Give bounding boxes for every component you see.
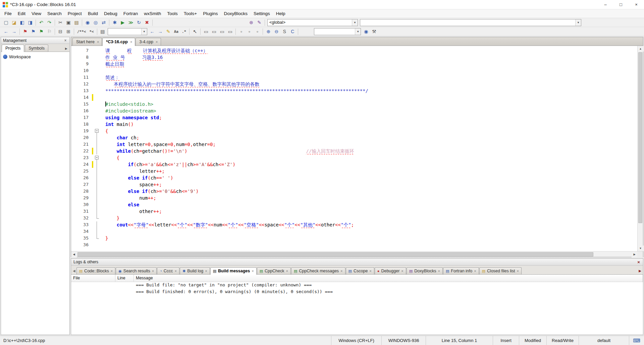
line-number[interactable]: 27 [71, 181, 91, 188]
line-number[interactable]: 24 [71, 161, 91, 168]
menu-doxyblocks[interactable]: DoxyBlocks [221, 9, 251, 18]
close-tab-icon[interactable]: × [438, 269, 440, 273]
close-tab-icon[interactable]: × [517, 269, 519, 273]
search-next-button[interactable]: → [156, 28, 164, 36]
fold-all-button[interactable]: ⊟ [56, 28, 64, 36]
editor-tab-start-here[interactable]: Start here× [72, 38, 102, 46]
table-row[interactable]: === Build file: "no target" in "no proje… [71, 282, 643, 289]
editor-horizontal-scrollbar[interactable]: ◀ ▶ [71, 251, 643, 257]
menu-project[interactable]: Project [65, 9, 85, 18]
column-header-line[interactable]: Line [115, 275, 134, 282]
logs-close-icon[interactable]: × [636, 260, 641, 265]
management-tab-symbols[interactable]: Symbols [25, 45, 48, 52]
input-language-icon[interactable]: ⌨ [629, 336, 644, 345]
line-number[interactable]: 21 [71, 141, 91, 148]
management-close-icon[interactable]: × [63, 38, 68, 43]
doxyblocks-comment-button[interactable]: ✎ [255, 19, 263, 26]
close-tab-icon[interactable]: × [175, 269, 177, 273]
goto-back-button[interactable]: ← [2, 28, 10, 36]
build-and-run-button[interactable]: ≫ [127, 19, 135, 26]
unfold-all-button[interactable]: ⊞ [64, 28, 72, 36]
fold-box-icon[interactable] [95, 129, 99, 133]
minimize-button[interactable]: – [598, 0, 613, 9]
use-regex-button[interactable]: .* [180, 28, 188, 36]
line-number[interactable]: 28 [71, 188, 91, 195]
close-tab-icon[interactable]: × [205, 269, 207, 273]
log-tab-debugger[interactable]: ●Debugger× [375, 267, 406, 274]
wx-border-left-button[interactable]: ▫ [237, 28, 245, 36]
pointer-tool-button[interactable]: ↖ [191, 28, 199, 36]
incremental-search-combo[interactable]: ▾ [108, 28, 147, 35]
zoom-in-button[interactable]: ⊕ [264, 28, 272, 36]
editor-tab-3-4-cpp[interactable]: 3-4.cpp× [136, 38, 161, 46]
log-tab-search-results[interactable]: ◉Search results× [116, 267, 157, 274]
find-button[interactable]: ◉ [84, 19, 92, 26]
log-tab-code-blocks[interactable]: ▤Code::Blocks× [76, 267, 116, 274]
find-in-files-button[interactable]: ◎ [92, 19, 100, 26]
rebuild-button[interactable]: ↻ [135, 19, 143, 26]
log-tab-cccc[interactable]: ◔Cccc× [157, 267, 179, 274]
wx-align-center-button[interactable]: ▭ [210, 28, 218, 36]
abort-build-button[interactable]: ✖ [143, 19, 151, 26]
menu-view[interactable]: View [29, 9, 44, 18]
next-bookmark-button[interactable]: ⚑ [37, 28, 45, 36]
menu-search[interactable]: Search [44, 9, 65, 18]
close-tab-icon[interactable]: × [111, 269, 113, 273]
menu-plugins[interactable]: Plugins [200, 9, 221, 18]
close-button[interactable]: × [629, 0, 644, 9]
log-tab-build-messages[interactable]: ▤Build messages× [210, 267, 257, 275]
close-tab-icon[interactable]: × [401, 269, 403, 273]
editor-vertical-scrollbar[interactable]: ▲ ▼ [637, 46, 643, 251]
zoom-out-button[interactable]: ⊖ [272, 28, 280, 36]
close-tab-icon[interactable]: × [474, 269, 476, 273]
line-number[interactable]: 10 [71, 67, 91, 74]
log-tab-cppcheck[interactable]: ▤CppCheck× [257, 267, 291, 274]
chevron-down-icon[interactable]: ▾ [141, 28, 147, 35]
doxygen-block-comment-button[interactable]: /**< [75, 28, 88, 36]
wx-align-right-button[interactable]: ▭ [218, 28, 226, 36]
undo-button[interactable]: ↶ [37, 19, 45, 26]
line-number[interactable]: 36 [71, 242, 91, 248]
line-number[interactable]: 16 [71, 108, 91, 114]
maximize-button[interactable]: □ [613, 0, 629, 9]
close-tab-icon[interactable]: × [156, 40, 158, 44]
menu-settings[interactable]: Settings [251, 9, 273, 18]
scroll-down-icon[interactable]: ▼ [638, 246, 643, 251]
save-all-button[interactable]: ◨ [26, 19, 34, 26]
log-tab-build-log[interactable]: ✱Build log× [180, 267, 210, 274]
workspace-item[interactable]: Workspace [2, 54, 68, 60]
doxygen-line-comment-button[interactable]: *< [88, 28, 96, 36]
fold-box-icon[interactable] [95, 156, 99, 159]
symbol-search-combo[interactable]: ▾ [314, 28, 361, 35]
hscroll-track[interactable] [77, 252, 632, 257]
scroll-right-icon[interactable]: ▶ [632, 252, 637, 257]
scroll-left-icon[interactable]: ◀ [71, 252, 77, 257]
doxyblocks-extract-button[interactable]: ⊛ [247, 19, 255, 26]
prev-bookmark-button[interactable]: ⚑ [29, 28, 37, 36]
wx-border-top-button[interactable]: ▫ [245, 28, 253, 36]
column-header-message[interactable]: Message [134, 275, 643, 282]
open-file-button[interactable]: ◪ [10, 19, 18, 26]
wx-align-top-button[interactable]: ▭ [226, 28, 234, 36]
line-number[interactable]: 19 [71, 128, 91, 134]
paste-button[interactable]: ▤ [72, 19, 80, 26]
logs-tab-scroll-right-icon[interactable]: ▶ [638, 269, 642, 274]
close-tab-icon[interactable]: × [286, 269, 288, 273]
chevron-down-icon[interactable]: ▾ [355, 28, 361, 35]
menu-file[interactable]: File [1, 9, 15, 18]
view-log-button[interactable]: ▤ [99, 28, 107, 36]
open-preferences-button[interactable]: ⚒ [370, 28, 378, 36]
line-number[interactable]: 20 [71, 134, 91, 141]
close-tab-icon[interactable]: × [340, 269, 342, 273]
log-tab-closed-files-list[interactable]: ▤Closed files list× [479, 267, 522, 274]
new-file-button[interactable]: ▢ [2, 19, 10, 26]
wx-align-left-button[interactable]: ▭ [202, 28, 210, 36]
copy-button[interactable]: ▣ [64, 19, 72, 26]
clear-bookmarks-button[interactable]: ⚐ [45, 28, 53, 36]
line-number[interactable]: 13 [71, 87, 91, 94]
scroll-up-icon[interactable]: ▲ [638, 46, 643, 52]
line-number[interactable]: 15 [71, 101, 91, 108]
run-button[interactable]: ▶ [119, 19, 127, 26]
fold-margin[interactable] [94, 128, 100, 134]
log-tab-cppcheck-messages[interactable]: ▤CppCheck messages× [291, 267, 345, 274]
